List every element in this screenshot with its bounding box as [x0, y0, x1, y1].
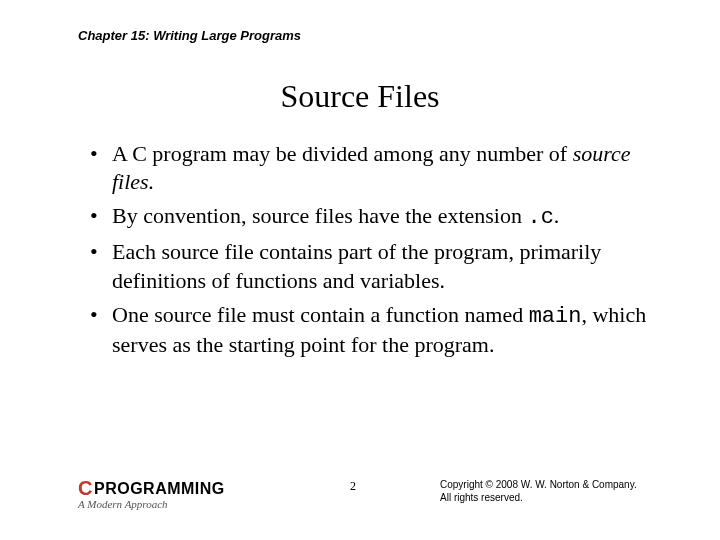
chapter-heading: Chapter 15: Writing Large Programs — [78, 28, 301, 43]
page-number: 2 — [350, 479, 356, 494]
bullet-text: One source file must contain a function … — [112, 302, 529, 327]
bullet-text: By convention, source files have the ext… — [112, 203, 527, 228]
copyright-line: Copyright © 2008 W. W. Norton & Company. — [440, 478, 637, 491]
bullet-code: main — [529, 304, 582, 329]
bullet-item: By convention, source files have the ext… — [90, 202, 650, 232]
slide: Chapter 15: Writing Large Programs Sourc… — [0, 0, 720, 540]
bullet-code: .c — [527, 205, 553, 230]
bullet-list: A C program may be divided among any num… — [90, 140, 650, 359]
bullet-item: Each source file contains part of the pr… — [90, 238, 650, 294]
footer: CPROGRAMMING A Modern Approach 2 Copyrig… — [0, 470, 720, 516]
copyright: Copyright © 2008 W. W. Norton & Company.… — [440, 478, 637, 504]
slide-body: A C program may be divided among any num… — [90, 140, 650, 365]
logo-c-letter: C — [78, 477, 93, 500]
bullet-item: One source file must contain a function … — [90, 301, 650, 359]
logo-word: PROGRAMMING — [94, 480, 225, 498]
slide-title: Source Files — [0, 78, 720, 115]
logo-title: CPROGRAMMING — [78, 477, 225, 500]
bullet-text: A C program may be divided among any num… — [112, 141, 573, 166]
bullet-text: Each source file contains part of the pr… — [112, 239, 601, 292]
bullet-text: . — [554, 203, 560, 228]
logo-subtitle: A Modern Approach — [78, 498, 225, 510]
book-logo: CPROGRAMMING A Modern Approach — [78, 477, 225, 510]
copyright-line: All rights reserved. — [440, 491, 637, 504]
bullet-item: A C program may be divided among any num… — [90, 140, 650, 196]
